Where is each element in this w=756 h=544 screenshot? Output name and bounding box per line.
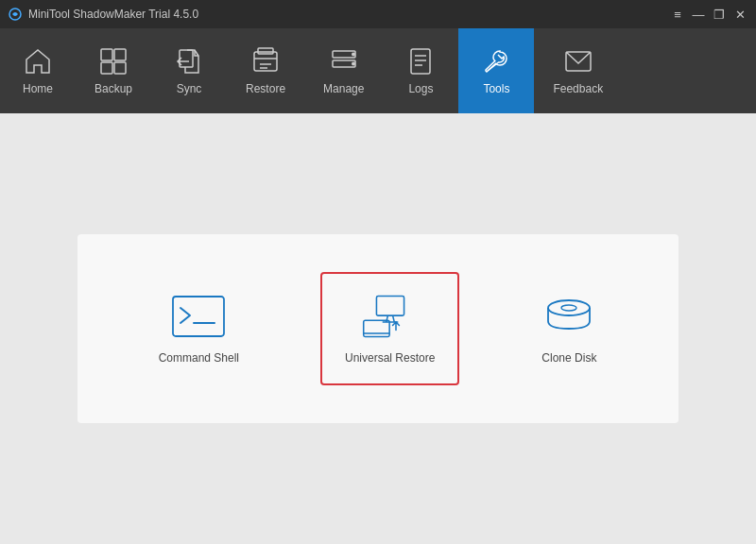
universal-restore-icon	[362, 293, 419, 340]
nav-item-restore[interactable]: Restore	[227, 28, 304, 113]
svg-rect-4	[114, 62, 126, 74]
svg-rect-1	[101, 49, 112, 60]
tool-universal-restore[interactable]: Universal Restore	[320, 272, 459, 385]
nav-item-feedback[interactable]: Feedback	[534, 28, 622, 113]
sync-icon	[174, 46, 204, 76]
tools-icon	[481, 46, 511, 76]
app-logo	[8, 7, 23, 22]
nav-item-tools[interactable]: Tools	[458, 28, 534, 113]
svg-rect-15	[411, 49, 430, 74]
logs-icon	[405, 46, 436, 76]
svg-rect-3	[101, 62, 112, 74]
svg-rect-26	[363, 320, 388, 336]
sync-label: Sync	[177, 82, 202, 95]
feedback-label: Feedback	[553, 82, 603, 95]
nav-item-manage[interactable]: Manage	[304, 28, 383, 113]
backup-icon	[98, 46, 129, 76]
clone-disk-label: Clone Disk	[541, 351, 596, 365]
command-shell-icon	[170, 293, 227, 340]
feedback-icon	[563, 46, 593, 76]
svg-line-24	[392, 315, 394, 322]
backup-label: Backup	[94, 82, 132, 95]
svg-rect-2	[114, 49, 126, 60]
svg-rect-20	[173, 297, 224, 336]
clone-disk-icon	[541, 293, 597, 340]
nav-item-sync[interactable]: Sync	[151, 28, 227, 113]
window-controls: ≡ — ❐ ✕	[669, 6, 748, 23]
universal-restore-label: Universal Restore	[345, 351, 435, 365]
nav-item-home[interactable]: Home	[0, 28, 76, 113]
tool-clone-disk[interactable]: Clone Disk	[516, 272, 622, 385]
svg-point-14	[352, 62, 355, 66]
svg-rect-7	[258, 48, 273, 54]
svg-point-32	[561, 305, 576, 311]
command-shell-label: Command Shell	[159, 351, 239, 365]
home-icon	[23, 46, 53, 76]
restore-button[interactable]: ❐	[711, 6, 728, 23]
close-button[interactable]: ✕	[731, 6, 748, 23]
svg-rect-22	[376, 297, 404, 316]
restore-icon	[250, 46, 281, 76]
menu-button[interactable]: ≡	[669, 6, 686, 23]
restore-label: Restore	[246, 82, 285, 95]
tools-label: Tools	[483, 82, 509, 95]
manage-label: Manage	[323, 82, 364, 95]
main-content: Command Shell Universal R	[0, 113, 756, 544]
nav-item-backup[interactable]: Backup	[76, 28, 151, 113]
minimize-button[interactable]: —	[690, 6, 707, 23]
tool-command-shell[interactable]: Command Shell	[134, 272, 264, 385]
nav-item-logs[interactable]: Logs	[383, 28, 458, 113]
app-title: MiniTool ShadowMaker Trial 4.5.0	[28, 8, 198, 21]
title-bar: MiniTool ShadowMaker Trial 4.5.0 ≡ — ❐ ✕	[0, 0, 756, 28]
tools-panel: Command Shell Universal R	[77, 234, 679, 423]
manage-icon	[329, 46, 359, 76]
nav-bar: Home Backup Sync	[0, 28, 756, 113]
svg-point-13	[352, 53, 355, 57]
home-label: Home	[23, 82, 53, 95]
svg-point-29	[548, 300, 590, 315]
logs-label: Logs	[408, 82, 433, 95]
